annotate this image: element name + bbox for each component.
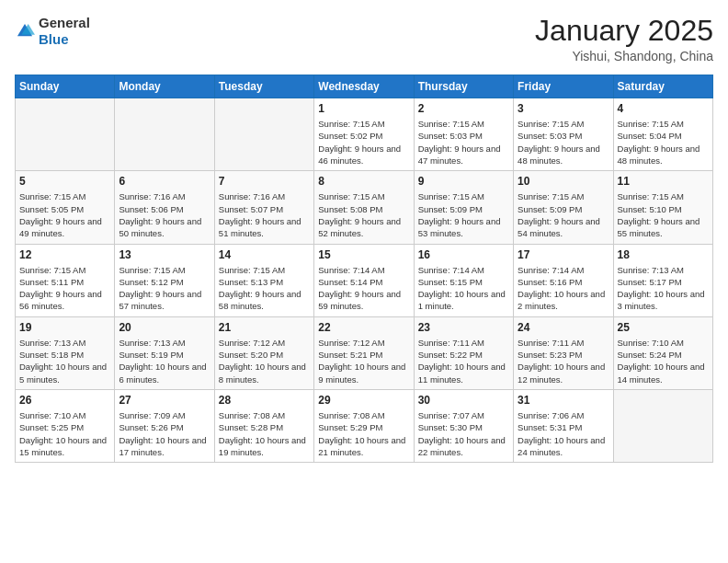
day-number: 4: [618, 102, 709, 115]
day-number: 29: [318, 394, 409, 407]
day-number: 10: [518, 175, 609, 188]
calendar-cell-1-3: 8Sunrise: 7:15 AM Sunset: 5:08 PM Daylig…: [314, 171, 414, 244]
day-number: 7: [219, 175, 310, 188]
day-info: Sunrise: 7:08 AM Sunset: 5:28 PM Dayligh…: [219, 409, 310, 458]
calendar-cell-1-0: 5Sunrise: 7:15 AM Sunset: 5:05 PM Daylig…: [16, 171, 115, 244]
calendar-cell-2-4: 16Sunrise: 7:14 AM Sunset: 5:15 PM Dayli…: [414, 244, 513, 316]
day-info: Sunrise: 7:06 AM Sunset: 5:31 PM Dayligh…: [518, 409, 609, 458]
weekday-header-friday: Friday: [514, 75, 613, 98]
day-number: 13: [119, 248, 210, 261]
day-number: 15: [318, 248, 409, 261]
day-info: Sunrise: 7:10 AM Sunset: 5:24 PM Dayligh…: [618, 337, 709, 385]
calendar-cell-2-0: 12Sunrise: 7:15 AM Sunset: 5:11 PM Dayli…: [16, 244, 115, 316]
calendar-cell-2-1: 13Sunrise: 7:15 AM Sunset: 5:12 PM Dayli…: [115, 244, 214, 316]
day-info: Sunrise: 7:08 AM Sunset: 5:29 PM Dayligh…: [318, 409, 409, 458]
weekday-header-sunday: Sunday: [16, 75, 115, 98]
day-number: 14: [219, 248, 310, 261]
day-number: 26: [19, 394, 110, 407]
day-info: Sunrise: 7:12 AM Sunset: 5:21 PM Dayligh…: [318, 337, 409, 385]
day-number: 21: [219, 321, 310, 334]
day-info: Sunrise: 7:13 AM Sunset: 5:18 PM Dayligh…: [19, 337, 110, 385]
weekday-header-thursday: Thursday: [414, 75, 513, 98]
day-info: Sunrise: 7:16 AM Sunset: 5:06 PM Dayligh…: [119, 190, 210, 239]
calendar-cell-2-3: 15Sunrise: 7:14 AM Sunset: 5:14 PM Dayli…: [314, 244, 414, 316]
day-info: Sunrise: 7:15 AM Sunset: 5:10 PM Dayligh…: [618, 190, 709, 239]
day-info: Sunrise: 7:13 AM Sunset: 5:17 PM Dayligh…: [618, 264, 709, 313]
calendar-cell-4-0: 26Sunrise: 7:10 AM Sunset: 5:25 PM Dayli…: [16, 389, 115, 462]
calendar-cell-1-5: 10Sunrise: 7:15 AM Sunset: 5:09 PM Dayli…: [514, 171, 613, 244]
day-info: Sunrise: 7:15 AM Sunset: 5:03 PM Dayligh…: [418, 118, 509, 167]
calendar-cell-4-2: 28Sunrise: 7:08 AM Sunset: 5:28 PM Dayli…: [214, 389, 313, 462]
week-row-5: 26Sunrise: 7:10 AM Sunset: 5:25 PM Dayli…: [16, 389, 713, 462]
day-number: 5: [19, 175, 110, 188]
day-info: Sunrise: 7:15 AM Sunset: 5:09 PM Dayligh…: [518, 190, 609, 239]
day-number: 9: [418, 175, 509, 188]
day-info: Sunrise: 7:15 AM Sunset: 5:13 PM Dayligh…: [219, 264, 310, 313]
logo-general: General: [39, 15, 90, 30]
logo: General Blue: [15, 15, 90, 48]
calendar-cell-0-1: [115, 98, 214, 171]
calendar-cell-0-4: 2Sunrise: 7:15 AM Sunset: 5:03 PM Daylig…: [414, 98, 513, 171]
calendar-cell-2-5: 17Sunrise: 7:14 AM Sunset: 5:16 PM Dayli…: [514, 244, 613, 316]
day-number: 27: [119, 394, 210, 407]
day-number: 18: [618, 248, 709, 261]
logo-blue: Blue: [39, 31, 69, 47]
calendar-cell-3-4: 23Sunrise: 7:11 AM Sunset: 5:22 PM Dayli…: [414, 316, 513, 389]
day-info: Sunrise: 7:10 AM Sunset: 5:25 PM Dayligh…: [19, 409, 110, 458]
day-info: Sunrise: 7:14 AM Sunset: 5:14 PM Dayligh…: [318, 264, 409, 313]
day-number: 2: [418, 102, 509, 115]
week-row-1: 1Sunrise: 7:15 AM Sunset: 5:02 PM Daylig…: [16, 98, 713, 171]
week-row-4: 19Sunrise: 7:13 AM Sunset: 5:18 PM Dayli…: [16, 316, 713, 389]
day-info: Sunrise: 7:15 AM Sunset: 5:03 PM Dayligh…: [518, 118, 609, 167]
month-title: January 2025: [535, 15, 713, 47]
calendar-cell-1-4: 9Sunrise: 7:15 AM Sunset: 5:09 PM Daylig…: [414, 171, 513, 244]
calendar-cell-1-6: 11Sunrise: 7:15 AM Sunset: 5:10 PM Dayli…: [613, 171, 712, 244]
day-info: Sunrise: 7:15 AM Sunset: 5:02 PM Dayligh…: [318, 118, 409, 167]
calendar-cell-4-4: 30Sunrise: 7:07 AM Sunset: 5:30 PM Dayli…: [414, 389, 513, 462]
logo-icon: [15, 21, 35, 41]
weekday-header-wednesday: Wednesday: [314, 75, 414, 98]
calendar-cell-3-6: 25Sunrise: 7:10 AM Sunset: 5:24 PM Dayli…: [613, 316, 712, 389]
day-info: Sunrise: 7:11 AM Sunset: 5:23 PM Dayligh…: [518, 337, 609, 385]
day-number: 23: [418, 321, 509, 334]
calendar-cell-4-6: [613, 389, 712, 462]
day-info: Sunrise: 7:12 AM Sunset: 5:20 PM Dayligh…: [219, 337, 310, 385]
day-info: Sunrise: 7:07 AM Sunset: 5:30 PM Dayligh…: [418, 409, 509, 458]
calendar-cell-3-1: 20Sunrise: 7:13 AM Sunset: 5:19 PM Dayli…: [115, 316, 214, 389]
calendar-cell-0-5: 3Sunrise: 7:15 AM Sunset: 5:03 PM Daylig…: [514, 98, 613, 171]
day-info: Sunrise: 7:14 AM Sunset: 5:15 PM Dayligh…: [418, 264, 509, 313]
day-info: Sunrise: 7:15 AM Sunset: 5:12 PM Dayligh…: [119, 264, 210, 313]
weekday-header-tuesday: Tuesday: [214, 75, 313, 98]
calendar-cell-0-6: 4Sunrise: 7:15 AM Sunset: 5:04 PM Daylig…: [613, 98, 712, 171]
weekday-header-row: SundayMondayTuesdayWednesdayThursdayFrid…: [16, 75, 713, 98]
day-number: 1: [318, 102, 409, 115]
calendar-cell-3-5: 24Sunrise: 7:11 AM Sunset: 5:23 PM Dayli…: [514, 316, 613, 389]
day-number: 11: [618, 175, 709, 188]
calendar-cell-0-2: [214, 98, 313, 171]
calendar-cell-3-2: 21Sunrise: 7:12 AM Sunset: 5:20 PM Dayli…: [214, 316, 313, 389]
day-number: 24: [518, 321, 609, 334]
day-number: 16: [418, 248, 509, 261]
day-info: Sunrise: 7:16 AM Sunset: 5:07 PM Dayligh…: [219, 190, 310, 239]
day-number: 30: [418, 394, 509, 407]
calendar-cell-1-1: 6Sunrise: 7:16 AM Sunset: 5:06 PM Daylig…: [115, 171, 214, 244]
weekday-header-monday: Monday: [115, 75, 214, 98]
calendar-cell-4-1: 27Sunrise: 7:09 AM Sunset: 5:26 PM Dayli…: [115, 389, 214, 462]
day-info: Sunrise: 7:15 AM Sunset: 5:04 PM Dayligh…: [618, 118, 709, 167]
calendar-cell-2-2: 14Sunrise: 7:15 AM Sunset: 5:13 PM Dayli…: [214, 244, 313, 316]
day-number: 20: [119, 321, 210, 334]
calendar-cell-3-3: 22Sunrise: 7:12 AM Sunset: 5:21 PM Dayli…: [314, 316, 414, 389]
day-number: 22: [318, 321, 409, 334]
week-row-3: 12Sunrise: 7:15 AM Sunset: 5:11 PM Dayli…: [16, 244, 713, 316]
day-info: Sunrise: 7:09 AM Sunset: 5:26 PM Dayligh…: [119, 409, 210, 458]
location-title: Yishui, Shandong, China: [535, 49, 713, 63]
day-number: 6: [119, 175, 210, 188]
day-number: 28: [219, 394, 310, 407]
day-number: 31: [518, 394, 609, 407]
day-info: Sunrise: 7:14 AM Sunset: 5:16 PM Dayligh…: [518, 264, 609, 313]
calendar-cell-0-0: [16, 98, 115, 171]
week-row-2: 5Sunrise: 7:15 AM Sunset: 5:05 PM Daylig…: [16, 171, 713, 244]
page-header: General Blue January 2025 Yishui, Shando…: [15, 15, 713, 63]
day-info: Sunrise: 7:11 AM Sunset: 5:22 PM Dayligh…: [418, 337, 509, 385]
calendar-table: SundayMondayTuesdayWednesdayThursdayFrid…: [15, 75, 713, 463]
